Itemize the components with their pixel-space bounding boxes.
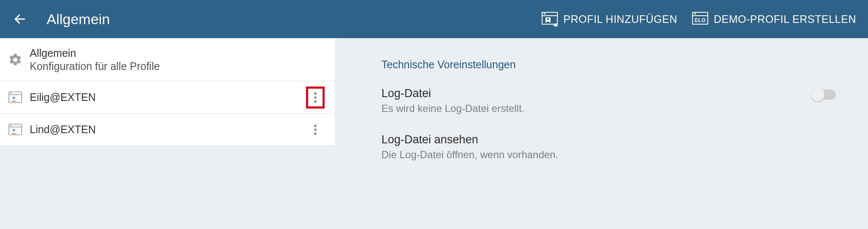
create-demo-label: DEMO-PROFIL ERSTELLEN [714, 13, 856, 25]
svg-point-24 [314, 128, 317, 131]
general-item-texts: Allgemein Konfiguration für alle Profile [30, 47, 325, 73]
more-vert-icon [314, 124, 317, 136]
svg-rect-10 [694, 13, 696, 14]
setting-texts: Log-Datei ansehen Die Log-Datei öffnen, … [381, 133, 836, 161]
svg-point-18 [314, 100, 317, 103]
appbar-actions: PROFIL HINZUFÜGEN ELO DEMO-PROFIL ERSTEL… [541, 11, 856, 27]
profiles-panel: Allgemein Konfiguration für alle Profile… [0, 38, 335, 229]
svg-point-15 [13, 96, 15, 99]
svg-point-22 [13, 128, 15, 131]
add-profile-label: PROFIL HINZUFÜGEN [563, 13, 677, 25]
general-item-title: Allgemein [30, 47, 325, 59]
setting-texts: Log-Datei Es wird keine Log-Datei erstel… [381, 87, 812, 114]
profile-item-eilig[interactable]: Eilig@EXTEN [0, 81, 335, 114]
setting-subtitle: Die Log-Datei öffnen, wenn vorhanden. [381, 149, 836, 161]
svg-point-5 [547, 18, 549, 20]
general-settings-item[interactable]: Allgemein Konfiguration für alle Profile [0, 38, 335, 81]
page-title: Allgemein [47, 11, 541, 28]
svg-point-23 [314, 124, 317, 127]
svg-rect-3 [544, 13, 545, 14]
setting-log-file[interactable]: Log-Datei Es wird keine Log-Datei erstel… [381, 87, 851, 114]
elo-icon: ELO [692, 11, 709, 27]
svg-text:ELO: ELO [695, 17, 706, 23]
setting-title: Log-Datei [381, 87, 812, 100]
section-header: Technische Voreinstellungen [381, 59, 851, 71]
profile-menu-button[interactable] [306, 87, 325, 109]
svg-rect-14 [10, 92, 11, 94]
svg-point-16 [314, 92, 317, 95]
back-button[interactable] [12, 11, 28, 27]
more-vert-icon [314, 92, 317, 103]
profile-item-texts: Eilig@EXTEN [30, 91, 306, 103]
create-demo-profile-button[interactable]: ELO DEMO-PROFIL ERSTELLEN [692, 11, 856, 27]
app-bar: Allgemein PROFIL HINZUFÜGEN [0, 0, 868, 38]
profile-icon [8, 90, 23, 105]
setting-view-log[interactable]: Log-Datei ansehen Die Log-Datei öffnen, … [381, 133, 851, 161]
gear-icon [8, 52, 23, 67]
profile-item-lind[interactable]: Lind@EXTEN [0, 114, 335, 146]
profile-name: Lind@EXTEN [30, 123, 306, 136]
settings-panel: Technische Voreinstellungen Log-Datei Es… [335, 38, 868, 229]
svg-point-25 [314, 132, 317, 135]
content-area: Allgemein Konfiguration für alle Profile… [0, 38, 868, 229]
add-profile-button[interactable]: PROFIL HINZUFÜGEN [541, 11, 677, 27]
general-item-subtitle: Konfiguration für alle Profile [30, 60, 325, 73]
profile-item-texts: Lind@EXTEN [30, 123, 306, 136]
svg-rect-21 [10, 125, 11, 126]
add-profile-icon [541, 11, 558, 27]
profile-menu-button[interactable] [306, 119, 325, 141]
setting-title: Log-Datei ansehen [381, 133, 836, 146]
profile-name: Eilig@EXTEN [30, 91, 306, 103]
profile-icon [8, 122, 23, 137]
svg-point-17 [314, 96, 317, 99]
switch-thumb [811, 88, 825, 101]
arrow-left-icon [13, 12, 27, 26]
setting-subtitle: Es wird keine Log-Datei erstellt. [381, 103, 812, 114]
log-file-toggle[interactable] [812, 89, 836, 100]
